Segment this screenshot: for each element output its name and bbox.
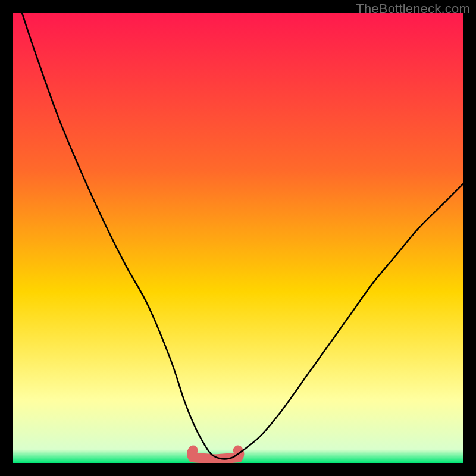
chart-plot-area: [13, 13, 463, 463]
chart-frame: TheBottleneck.com: [0, 0, 476, 476]
bottleneck-chart: [13, 13, 463, 463]
watermark-text: TheBottleneck.com: [356, 1, 470, 17]
gradient-background: [13, 13, 463, 463]
